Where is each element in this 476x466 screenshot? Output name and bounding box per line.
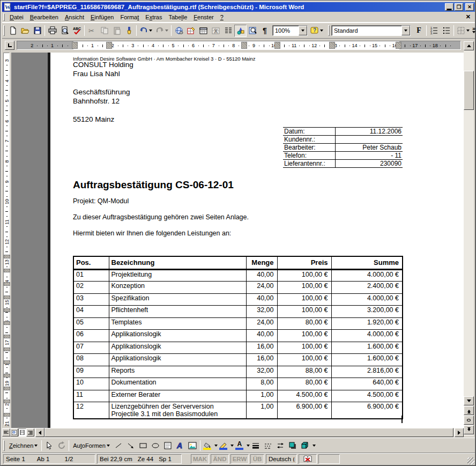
menu-item-fenster[interactable]: Fenster [190,13,217,21]
open-button[interactable] [19,25,31,37]
previous-page-icon[interactable] [464,406,474,415]
menu-item-bearbeiten[interactable]: Bearbeiten [27,13,62,21]
shadow-button[interactable] [287,439,299,452]
select-browse-object-icon[interactable] [464,416,474,425]
document-close-icon[interactable]: ✕ [464,13,473,21]
show-paragraph-marks-button[interactable]: ¶ [259,25,271,37]
table-row-marker[interactable] [4,347,10,351]
status-mode-änd[interactable]: ÄND [211,454,229,464]
oval-button[interactable] [150,439,162,452]
menu-item-extras[interactable]: Extras [142,13,165,21]
spelling-status-icon[interactable] [299,454,317,464]
save-button[interactable] [31,25,43,37]
menu-item-format[interactable]: Format [117,13,142,21]
bold-button[interactable]: F [413,25,425,37]
text-box-button[interactable] [162,439,174,452]
vertical-scrollbar[interactable] [464,41,474,436]
table-row-marker[interactable] [4,360,10,364]
numbered-list-button[interactable]: 1.2.3. [428,25,440,37]
3d-dropdown-icon[interactable] [313,445,316,448]
line-style-button[interactable] [250,439,262,452]
menu-item-einfgen[interactable]: Einfügen [87,13,117,21]
table-row-marker[interactable] [4,374,10,378]
table-row-marker[interactable] [4,255,10,258]
tables-and-borders-button[interactable] [185,25,197,37]
style-combobox[interactable]: Standard [331,25,411,36]
menu-item-tabelle[interactable]: Tabelle [165,13,190,21]
print-layout-view-button[interactable] [18,428,26,437]
menu-item-datei[interactable]: Datei [6,13,27,21]
bullet-list-button[interactable] [440,25,452,37]
next-page-icon[interactable] [464,425,474,434]
zoom-combobox[interactable]: 100% [272,25,308,36]
scroll-down-icon[interactable] [464,396,474,405]
toolbar-grab-handle[interactable] [3,25,5,36]
outline-view-button[interactable] [26,428,34,437]
document-map-button[interactable] [247,25,259,37]
table-row-marker[interactable] [4,295,10,299]
web-layout-view-button[interactable] [10,428,18,437]
menu-item-ansicht[interactable]: Ansicht [62,13,87,21]
document-page[interactable]: Information Desire Software GmbH · Am Mo… [50,53,464,428]
spelling-button[interactable]: ABC [71,25,83,37]
table-column-marker[interactable] [72,42,78,49]
scroll-right-icon[interactable] [455,428,464,437]
table-column-marker[interactable] [241,42,247,49]
3d-button[interactable] [299,439,311,452]
columns-button[interactable] [222,25,234,37]
status-mode-erw[interactable]: ERW [230,454,249,464]
insert-hyperlink-button[interactable] [173,25,185,37]
line-color-button[interactable] [218,440,229,452]
table-column-marker[interactable] [274,42,280,49]
font-color-button[interactable]: A [234,440,246,452]
horizontal-scrollbar[interactable] [2,428,464,437]
tab-selector-button[interactable] [5,41,14,50]
help-button[interactable]: ? [309,25,325,37]
autoformen-menu-button[interactable]: AutoFormen [70,441,113,450]
scroll-left-icon[interactable] [35,428,44,437]
borders-button[interactable] [455,25,471,37]
table-column-marker[interactable] [329,42,335,49]
horizontal-scroll-thumb[interactable] [44,428,453,437]
print-button[interactable] [46,25,58,37]
drawing-button[interactable] [234,25,247,37]
vertical-ruler[interactable]: 3456789101112131415161718192021 [2,53,11,428]
table-column-marker[interactable] [396,42,401,49]
normal-view-button[interactable] [2,428,10,437]
arrow-style-button[interactable] [274,439,287,452]
insert-table-button[interactable] [197,25,210,37]
zeichnen-menu-button[interactable]: Zeichnen [6,441,40,450]
scroll-up-icon[interactable] [464,41,474,50]
table-row-marker[interactable] [4,282,10,286]
menu-item-?[interactable]: ? [217,13,227,21]
table-row-marker[interactable] [4,400,10,403]
select-objects-button[interactable] [43,439,55,452]
table-row-marker[interactable] [4,413,10,417]
zoom-dropdown-icon[interactable] [299,26,307,35]
table-row-marker[interactable] [4,335,10,338]
formatting-toolbar-grab-handle[interactable] [328,25,330,36]
dash-style-button[interactable] [262,439,274,452]
insert-clipart-button[interactable] [187,439,199,452]
minimize-button[interactable]: ▬ [445,3,453,11]
vertical-scroll-thumb[interactable] [464,71,474,110]
fill-color-button[interactable] [202,440,213,452]
table-row-marker[interactable] [4,269,10,272]
wordart-button[interactable]: A [174,439,187,452]
rectangle-button[interactable] [137,439,150,452]
close-button[interactable]: ✕ [465,3,474,11]
more-buttons-icon[interactable]: » [472,26,475,35]
maximize-button[interactable]: ❒ [455,3,463,11]
undo-button[interactable] [138,25,154,37]
table-row-marker[interactable] [4,321,10,325]
style-dropdown-icon[interactable] [401,26,410,35]
menu-grab-handle[interactable] [3,13,5,21]
table-column-marker[interactable] [106,42,112,49]
line-button[interactable] [113,439,125,452]
status-mode-üb[interactable]: ÜB [250,454,264,464]
format-painter-button[interactable] [123,25,135,37]
table-row-marker[interactable] [4,308,10,312]
arrow-button[interactable] [125,439,137,452]
drawing-toolbar-grab-handle[interactable] [3,440,5,451]
resize-grip[interactable] [467,457,474,464]
